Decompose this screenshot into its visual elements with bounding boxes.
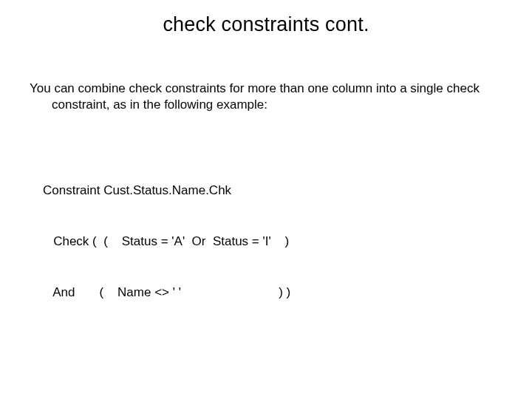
slide-container: check constraints cont. You can combine … bbox=[0, 0, 532, 399]
code-line-3: And ( Name <> ' ' ) ) bbox=[43, 284, 502, 301]
code-line-2: Check ( ( Status = 'A' Or Status = 'I' ) bbox=[43, 233, 502, 250]
slide-title: check constraints cont. bbox=[30, 13, 502, 36]
code-line-1: Constraint Cust.Status.Name.Chk bbox=[43, 183, 502, 200]
code-example: Constraint Cust.Status.Name.Chk Check ( … bbox=[30, 149, 502, 335]
slide-body-text: You can combine check constraints for mo… bbox=[52, 81, 502, 113]
